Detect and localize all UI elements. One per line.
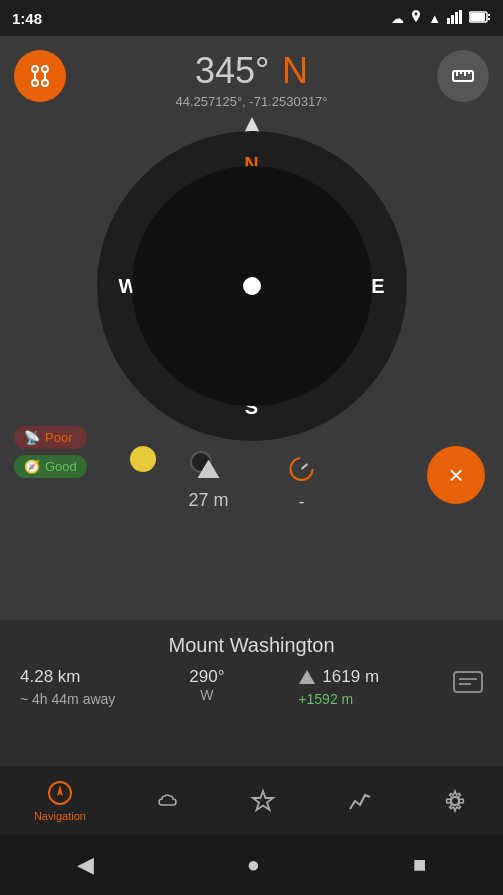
home-button[interactable]: ● (247, 852, 260, 878)
elevation-gain: +1592 m (298, 691, 379, 707)
compass-outer: N S E W (97, 131, 407, 441)
svg-rect-2 (455, 12, 458, 24)
status-bar: 1:48 ☁ ▲ (0, 0, 503, 36)
compass-inner (132, 166, 372, 406)
ruler-button[interactable] (437, 50, 489, 102)
close-fab-button[interactable]: × (427, 446, 485, 504)
bearing-col: 290° W (189, 667, 224, 703)
nav-item-settings[interactable] (441, 787, 469, 815)
svg-rect-3 (459, 10, 462, 24)
distance-value: 4.28 km (20, 667, 115, 687)
nav-item-waypoints[interactable] (249, 787, 277, 815)
poor-signal-badge: 📡 Poor (14, 426, 87, 449)
bearing-cardinal: W (200, 687, 213, 703)
speedometer-icon (289, 456, 315, 488)
wifi-icon: ▲ (428, 11, 441, 26)
eta-value: ~ 4h 44m away (20, 691, 115, 707)
svg-marker-25 (299, 670, 315, 684)
nav-item-weather[interactable] (154, 787, 182, 815)
svg-rect-1 (451, 15, 454, 24)
destination-name: Mount Washington (0, 620, 503, 667)
elevation-row: 1619 m (298, 667, 379, 687)
svg-rect-5 (470, 13, 485, 21)
compass-center-dot (243, 277, 261, 295)
altitude-block: 27 m (188, 458, 228, 511)
elevation-col: 1619 m +1592 m (298, 667, 379, 707)
svg-rect-0 (447, 18, 450, 24)
svg-point-10 (32, 80, 38, 86)
status-icons: ☁ ▲ (391, 10, 491, 27)
svg-point-8 (32, 66, 38, 72)
waypoints-star-icon (249, 787, 277, 815)
battery-icon (469, 11, 491, 26)
nav-item-tracks[interactable] (345, 787, 373, 815)
svg-point-32 (451, 797, 459, 805)
distance-col: 4.28 km ~ 4h 44m away (20, 667, 115, 707)
heading-cardinal: N (282, 50, 308, 92)
svg-marker-30 (57, 785, 63, 796)
destination-stats: 4.28 km ~ 4h 44m away 290° W 1619 m +159… (0, 667, 503, 707)
svg-point-11 (42, 80, 48, 86)
svg-point-9 (42, 66, 48, 72)
cloud-icon: ☁ (391, 11, 404, 26)
navigation-icon (46, 779, 74, 807)
android-nav-bar: ◀ ● ■ (0, 835, 503, 895)
compass-east-label: E (371, 275, 384, 298)
svg-marker-22 (203, 460, 215, 470)
settings-icon (441, 787, 469, 815)
svg-marker-31 (253, 791, 273, 810)
message-icon (453, 671, 483, 697)
mountain-icon (196, 458, 222, 486)
waypoints-button[interactable] (14, 50, 66, 102)
weather-icon (154, 787, 182, 815)
destination-panel: Mount Washington 4.28 km ~ 4h 44m away 2… (0, 620, 503, 765)
mountain-small-icon (298, 669, 316, 685)
back-button[interactable]: ◀ (77, 852, 94, 878)
compass-bottom-info: 27 m - (0, 456, 503, 513)
altitude-value: 27 m (188, 490, 228, 511)
heading-coords: 44.257125°, -71.2530317° (175, 94, 327, 109)
status-time: 1:48 (12, 10, 42, 27)
speed-block: - (289, 456, 315, 513)
svg-rect-26 (454, 672, 482, 692)
close-icon: × (448, 460, 463, 491)
speed-value: - (299, 492, 305, 513)
message-button[interactable] (453, 671, 483, 697)
nav-bar: Navigation (0, 765, 503, 835)
tracks-icon (345, 787, 373, 815)
nav-item-navigation[interactable]: Navigation (34, 779, 86, 822)
location-icon (410, 10, 422, 27)
heading-degrees: 345° (195, 50, 269, 92)
signal-icon (447, 10, 463, 27)
elevation-value: 1619 m (322, 667, 379, 687)
nav-navigation-label: Navigation (34, 810, 86, 822)
compass: N S E W (97, 131, 407, 441)
recent-button[interactable]: ■ (413, 852, 426, 878)
satellite-icon: 📡 (24, 430, 40, 445)
heading-display: 345° N 44.257125°, -71.2530317° (175, 50, 327, 109)
bearing-degrees: 290° (189, 667, 224, 687)
main-area: 345° N 44.257125°, -71.2530317° (0, 36, 503, 656)
svg-line-24 (302, 464, 308, 469)
